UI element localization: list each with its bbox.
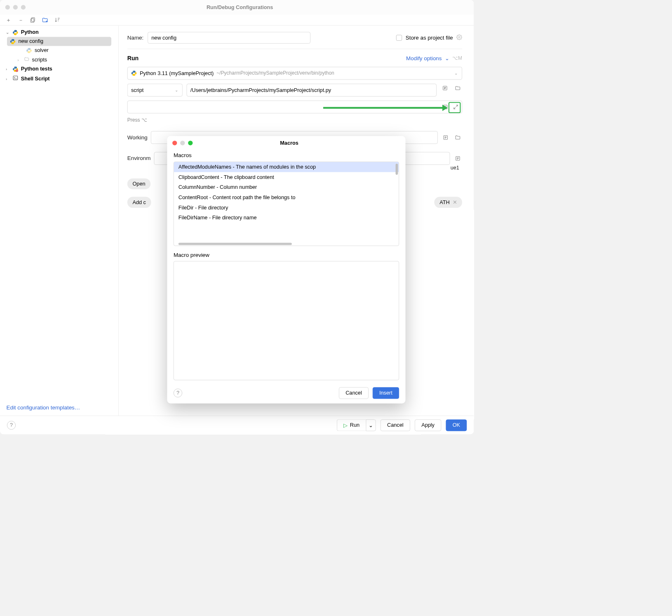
edit-templates-link[interactable]: Edit configuration templates… bbox=[7, 404, 80, 411]
tree-label: Shell Script bbox=[21, 75, 50, 82]
script-path-input[interactable]: /Users/jetbrains/PycharmProjects/mySampl… bbox=[187, 84, 437, 96]
copy-config-icon[interactable] bbox=[30, 17, 36, 24]
svg-rect-3 bbox=[13, 76, 18, 80]
macros-list[interactable]: AffectedModuleNames - The names of modul… bbox=[174, 162, 399, 246]
play-icon: ▷ bbox=[343, 422, 348, 428]
run-button[interactable]: ▷ Run bbox=[337, 419, 366, 431]
macro-preview-area bbox=[174, 261, 399, 380]
store-label: Store as project file bbox=[406, 35, 453, 41]
h-scrollbar[interactable] bbox=[179, 243, 292, 245]
macro-item[interactable]: ClipboardContent - The clipboard content bbox=[174, 172, 399, 182]
macros-icon[interactable] bbox=[441, 133, 450, 142]
working-dir-label: Working bbox=[127, 134, 148, 141]
annotation-arrow bbox=[323, 107, 442, 108]
env-value-trunc: ue1 bbox=[451, 165, 462, 171]
macro-item[interactable]: FileDir - File directory bbox=[174, 202, 399, 213]
option-chip-open[interactable]: Open bbox=[127, 179, 150, 189]
tree-node-python-tests[interactable]: › Python tests bbox=[0, 65, 118, 74]
chevron-right-icon: › bbox=[6, 76, 10, 81]
run-split-button: ▷ Run ⌄ bbox=[337, 419, 376, 431]
run-dropdown-button[interactable]: ⌄ bbox=[366, 419, 376, 431]
chip-label: Add c bbox=[132, 199, 146, 205]
config-tree-sidebar: ⌄ Python new config solver bbox=[0, 26, 119, 416]
chevron-down-icon: ⌄ bbox=[175, 88, 178, 92]
modify-options-label: Modify options bbox=[406, 55, 442, 62]
macros-icon[interactable] bbox=[453, 154, 462, 163]
browse-icon[interactable] bbox=[453, 133, 462, 142]
interpreter-name: Python 3.11 (mySampleProject) bbox=[140, 70, 214, 76]
dialog-footer: ? ▷ Run ⌄ Cancel Apply OK bbox=[0, 416, 474, 434]
macro-item[interactable]: ColumnNumber - Column number bbox=[174, 182, 399, 193]
run-debug-config-window: Run/Debug Configurations ＋ － ⌄ Python bbox=[0, 0, 474, 434]
macros-dialog: Macros Macros AffectedModuleNames - The … bbox=[167, 136, 405, 404]
tree-node-scripts[interactable]: › scripts bbox=[0, 55, 118, 64]
titlebar: Run/Debug Configurations bbox=[0, 0, 474, 14]
close-icon[interactable]: ✕ bbox=[453, 199, 457, 206]
help-icon[interactable]: ? bbox=[174, 389, 182, 397]
close-window-icon[interactable] bbox=[5, 5, 10, 9]
help-icon[interactable]: ? bbox=[7, 421, 16, 429]
modify-options-shortcut: ⌥M bbox=[452, 55, 462, 61]
tree-node-python[interactable]: ⌄ Python bbox=[0, 28, 118, 37]
name-label: Name: bbox=[127, 35, 143, 41]
config-toolbar: ＋ － bbox=[0, 14, 474, 26]
macros-footer: ? Cancel Insert bbox=[167, 383, 405, 404]
run-section-title: Run bbox=[127, 55, 139, 61]
tree-node-solver[interactable]: solver bbox=[0, 46, 118, 55]
python-icon bbox=[10, 38, 16, 44]
new-folder-icon[interactable] bbox=[42, 17, 49, 24]
sort-icon[interactable] bbox=[54, 17, 61, 24]
params-hint: Press ⌥ bbox=[127, 117, 462, 123]
tree-label: Python tests bbox=[21, 66, 52, 72]
svg-rect-0 bbox=[31, 17, 35, 21]
chevron-down-icon: ⌄ bbox=[6, 30, 10, 35]
python-icon bbox=[12, 30, 18, 35]
chevron-down-icon: ⌄ bbox=[369, 422, 373, 428]
interpreter-select[interactable]: Python 3.11 (mySampleProject) ~/PycharmP… bbox=[127, 67, 462, 80]
script-path-value: /Users/jetbrains/PycharmProjects/mySampl… bbox=[190, 87, 331, 93]
macros-icon[interactable] bbox=[441, 84, 449, 92]
interpreter-path: ~/PycharmProjects/mySampleProject/venv/b… bbox=[216, 71, 334, 76]
svg-point-4 bbox=[458, 36, 460, 38]
window-title: Run/Debug Configurations bbox=[11, 4, 469, 10]
v-scrollbar[interactable] bbox=[396, 164, 398, 175]
macro-item[interactable]: AffectedModuleNames - The names of modul… bbox=[174, 162, 399, 172]
annotation-highlight bbox=[449, 102, 461, 113]
script-type-label: script bbox=[131, 87, 143, 93]
chip-label: Open bbox=[132, 181, 145, 187]
add-config-icon[interactable]: ＋ bbox=[5, 17, 12, 24]
tree-label: Python bbox=[21, 29, 39, 35]
ok-button[interactable]: OK bbox=[446, 419, 467, 431]
tree-label: scripts bbox=[32, 56, 47, 63]
modify-options-link[interactable]: Modify options ⌄ ⌥M bbox=[406, 55, 462, 61]
remove-config-icon[interactable]: － bbox=[17, 17, 24, 24]
chevron-right-icon: › bbox=[6, 67, 10, 71]
script-type-select[interactable]: script ⌄ bbox=[127, 84, 183, 96]
gear-icon[interactable] bbox=[456, 34, 462, 42]
macros-cancel-button[interactable]: Cancel bbox=[339, 387, 369, 399]
macro-item[interactable]: ContentRoot - Content root path the file… bbox=[174, 193, 399, 203]
option-chip-add[interactable]: Add c bbox=[127, 197, 151, 208]
chevron-down-icon: ⌄ bbox=[454, 71, 458, 75]
close-window-icon[interactable] bbox=[172, 141, 177, 145]
tree-node-new-config[interactable]: new config bbox=[7, 37, 111, 46]
macros-title: Macros bbox=[178, 140, 400, 146]
macros-list-label: Macros bbox=[174, 152, 399, 159]
browse-icon[interactable] bbox=[453, 84, 462, 92]
macros-insert-button[interactable]: Insert bbox=[373, 387, 399, 399]
option-chip-path[interactable]: ATH ✕ bbox=[435, 197, 462, 208]
chip-label: ATH bbox=[439, 199, 449, 205]
config-name-input[interactable] bbox=[148, 32, 310, 44]
apply-button[interactable]: Apply bbox=[415, 419, 441, 431]
annotation-arrow-head bbox=[442, 105, 448, 111]
store-as-project-checkbox[interactable] bbox=[396, 35, 402, 41]
chevron-down-icon: ⌄ bbox=[445, 55, 449, 61]
tree-node-shell-script[interactable]: › Shell Script bbox=[0, 73, 118, 84]
python-tests-icon bbox=[12, 66, 18, 72]
folder-icon bbox=[24, 56, 30, 63]
macro-item[interactable]: FileDirName - File directory name bbox=[174, 213, 399, 223]
python-icon bbox=[26, 47, 32, 53]
tree-label: new config bbox=[18, 38, 43, 45]
cancel-button[interactable]: Cancel bbox=[381, 419, 410, 431]
env-vars-label: Environm bbox=[127, 155, 151, 162]
